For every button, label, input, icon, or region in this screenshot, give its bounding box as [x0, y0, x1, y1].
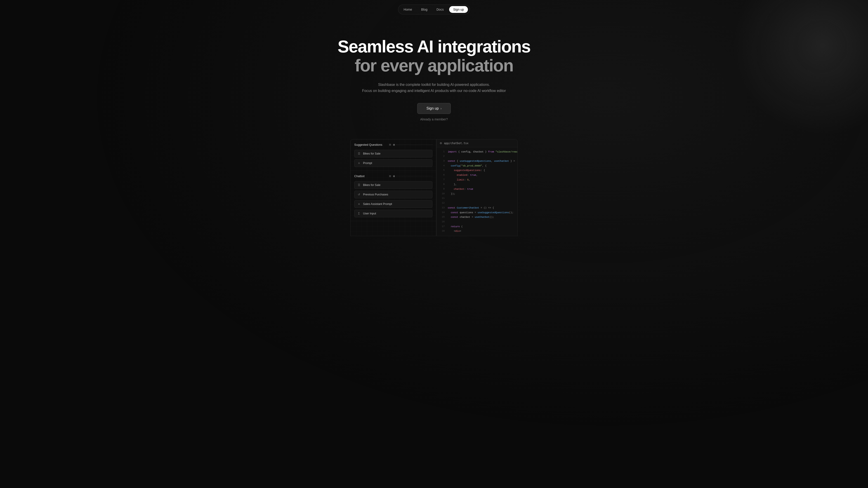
suggested-questions-section: Suggested Questions ⊞ ☰ Bikes for Sale ≡… [350, 139, 436, 171]
chatbot-title: Chatbot [354, 174, 365, 178]
previous-purchases-icon: ↺ [357, 193, 361, 196]
code-line-4: 4 config("sb_prod_0000", { [436, 164, 518, 168]
code-line-18: 18 <div> [436, 229, 518, 234]
suggested-questions-item-1-label: Prompt [363, 162, 372, 165]
hero-subtitle-line2: Focus on building engaging and intellige… [362, 89, 506, 93]
chatbot-item-1[interactable]: ↺ Previous Purchases [354, 191, 432, 198]
gear-icon: ⚙ [440, 142, 442, 145]
suggested-questions-title: Suggested Questions [354, 143, 382, 147]
hero-title: Seamless AI integrations for every appli… [4, 37, 864, 75]
chatbot-item-3-label: User Input [363, 212, 376, 215]
code-line-2: 2 [436, 154, 518, 159]
chatbot-item-3[interactable]: Σ User Input [354, 210, 432, 217]
hero-cta-container: Sign up › Already a member? [4, 103, 864, 121]
user-input-icon: Σ [357, 212, 361, 215]
suggested-questions-item-0[interactable]: ☰ Bikes for Sale [354, 150, 432, 158]
prompt-icon-sq: ≡ [357, 162, 361, 165]
chatbot-item-0[interactable]: ☰ Bikes for Sale [354, 181, 432, 189]
code-line-6: 6 enabled: true, [436, 173, 518, 177]
chatbot-item-2-label: Sales Assistant Prompt [363, 202, 392, 205]
nav-blog[interactable]: Blog [417, 6, 431, 13]
nav-container: Home Blog Docs Sign up [398, 4, 470, 14]
code-line-10: 10 }); [436, 192, 518, 196]
code-line-11: 11 [436, 196, 518, 201]
chatbot-item-0-label: Bikes for Sale [363, 184, 380, 187]
code-header: ⚙ app/chatbot.tsx [436, 139, 518, 147]
code-filename: app/chatbot.tsx [444, 142, 468, 145]
hero-subtitle-line1: Slashbase is the complete toolkit for bu… [378, 83, 490, 87]
chatbot-item-2[interactable]: ≡ Sales Assistant Prompt [354, 200, 432, 208]
bikes-sale-icon-sq: ☰ [357, 152, 361, 155]
code-line-7: 7 limit: 5, [436, 177, 518, 182]
hero-subtitle: Slashbase is the complete toolkit for bu… [4, 82, 864, 94]
nav-docs[interactable]: Docs [433, 6, 447, 13]
code-line-12: 12 [436, 201, 518, 205]
code-line-15: 15 const chatbot = useChatbot(); [436, 215, 518, 220]
hero-cta-arrow: › [440, 107, 442, 110]
code-panel: ⚙ app/chatbot.tsx 1 import { config, Cha… [436, 139, 518, 236]
code-line-8: 8 }, [436, 182, 518, 187]
code-line-3: 3 const { useSuggestedQuestions, useChat… [436, 159, 518, 164]
nav-home[interactable]: Home [400, 6, 416, 13]
hero-title-line2: for every application [4, 56, 864, 75]
connector-dot-2 [393, 175, 395, 177]
main-nav: Home Blog Docs Sign up [0, 0, 868, 19]
suggested-questions-controls: ⊞ [388, 143, 432, 147]
suggested-questions-settings-icon[interactable]: ⊞ [388, 143, 392, 147]
chatbot-item-1-label: Previous Purchases [363, 193, 388, 196]
demo-section: Suggested Questions ⊞ ☰ Bikes for Sale ≡… [0, 135, 868, 236]
connector-dot-1 [393, 144, 395, 146]
workflow-panel: Suggested Questions ⊞ ☰ Bikes for Sale ≡… [350, 139, 436, 236]
hero-signup-label: Sign up [427, 106, 439, 110]
suggested-questions-header: Suggested Questions ⊞ [354, 143, 432, 147]
chatbot-section: Chatbot ⊞ ☰ Bikes for Sale ↺ Previous Pu… [350, 171, 436, 221]
chatbot-controls: ⊞ [388, 174, 432, 178]
suggested-questions-item-1[interactable]: ≡ Prompt [354, 159, 432, 167]
code-content: 1 import { config, Chatbot } from "slash… [436, 147, 518, 236]
suggested-questions-item-0-label: Bikes for Sale [363, 152, 380, 155]
sales-assistant-icon: ≡ [357, 202, 361, 205]
nav-signup-button[interactable]: Sign up [449, 6, 468, 13]
chatbot-section-header: Chatbot ⊞ [354, 174, 432, 178]
bikes-sale-icon-cb: ☰ [357, 184, 361, 187]
code-line-14: 14 const questions = useSuggestedQuestio… [436, 210, 518, 215]
hero-member-link[interactable]: Already a member? [420, 118, 448, 121]
hero-signup-button[interactable]: Sign up › [417, 103, 451, 114]
code-line-1: 1 import { config, Chatbot } from "slash… [436, 150, 518, 154]
code-line-9: 9 chatbot: true [436, 187, 518, 192]
connector-line-1 [396, 144, 432, 145]
code-line-17: 17 return ( [436, 224, 518, 229]
hero-title-line1: Seamless AI integrations [4, 37, 864, 56]
hero-section: Seamless AI integrations for every appli… [0, 19, 868, 135]
code-line-5: 5 suggestedQuestions: { [436, 168, 518, 173]
chatbot-settings-icon[interactable]: ⊞ [388, 174, 392, 178]
code-line-16: 16 [436, 220, 518, 224]
code-line-13: 13 const CustomerChatbot = () => { [436, 205, 518, 210]
